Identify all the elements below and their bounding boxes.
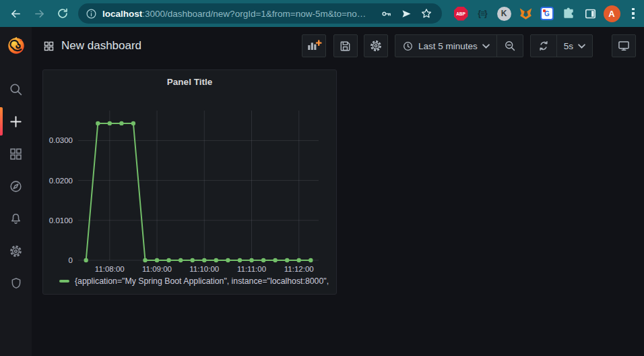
site-info-icon[interactable]	[84, 7, 98, 20]
browser-toolbar: localhost:3000/dashboard/new?orgId=1&fro…	[0, 0, 644, 27]
clock-icon	[402, 40, 414, 52]
svg-text:0.0100: 0.0100	[49, 216, 73, 225]
time-controls: Last 5 minutes	[395, 34, 523, 57]
extensions-puzzle-icon[interactable]	[558, 7, 579, 20]
extension-ig-icon[interactable]: G	[536, 7, 558, 20]
forward-arrow-icon	[33, 7, 46, 20]
refresh-interval-dropdown[interactable]: 5s	[556, 35, 592, 57]
kebab-menu-icon	[632, 8, 634, 19]
browser-reload-button[interactable]	[53, 3, 73, 24]
grafana-logo[interactable]	[6, 34, 26, 57]
time-series-chart[interactable]: 11:08:0011:09:0011:10:0011:11:0011:12:00…	[43, 92, 336, 275]
refresh-interval-label: 5s	[564, 41, 573, 51]
alerting-bell-icon	[9, 212, 23, 226]
extension-k-icon[interactable]: K	[493, 7, 515, 21]
svg-text:0: 0	[69, 256, 73, 264]
tv-mode-button[interactable]	[612, 34, 636, 57]
sidebar-item-explore[interactable]	[0, 170, 32, 202]
breadcrumb: New dashboard	[43, 39, 141, 53]
svg-text:11:08:00: 11:08:00	[95, 265, 125, 273]
sidebar-item-server-admin[interactable]	[0, 267, 32, 299]
tv-monitor-icon	[617, 39, 631, 53]
extension-json-viewer-icon[interactable]: {≡}	[472, 9, 493, 18]
sidebar-item-dashboards[interactable]	[0, 138, 32, 170]
browser-menu-button[interactable]	[622, 8, 644, 19]
browser-back-button[interactable]	[5, 3, 26, 24]
sidebar	[0, 27, 32, 356]
refresh-icon	[538, 40, 550, 52]
configuration-gear-icon	[9, 244, 23, 258]
sidebar-menu	[0, 73, 32, 299]
zoom-out-button[interactable]	[496, 35, 523, 57]
bookmark-star-icon[interactable]	[418, 5, 435, 22]
panel-title[interactable]: Panel Title	[43, 70, 336, 90]
refresh-button[interactable]	[531, 35, 556, 57]
send-share-icon[interactable]	[397, 5, 415, 22]
svg-text:11:09:00: 11:09:00	[142, 265, 172, 273]
explore-compass-icon	[9, 179, 23, 194]
reload-icon	[57, 7, 69, 20]
save-icon	[339, 40, 352, 53]
sidebar-item-search[interactable]	[0, 73, 32, 105]
toolbar: Last 5 minutes 5s	[302, 34, 636, 57]
dashboard-settings-button[interactable]	[364, 34, 388, 57]
active-indicator	[0, 107, 3, 136]
time-range-picker[interactable]: Last 5 minutes	[395, 35, 496, 57]
dashboard-squares-icon	[43, 40, 55, 52]
svg-text:11:11:00: 11:11:00	[237, 265, 266, 273]
extensions-row: ABP {≡} K G A	[450, 5, 644, 22]
dashboard-header: New dashboard Last 5 minutes	[32, 27, 644, 65]
svg-text:0.0200: 0.0200	[49, 177, 73, 185]
page-title: New dashboard	[61, 39, 141, 53]
svg-text:0.0300: 0.0300	[49, 136, 73, 144]
legend-item[interactable]: {application="My Spring Boot Application…	[59, 276, 329, 286]
zoom-out-icon	[504, 40, 516, 52]
url-bar[interactable]: localhost:3000/dashboard/new?orgId=1&fro…	[78, 3, 442, 24]
chevron-down-icon	[578, 44, 585, 49]
profile-avatar[interactable]: A	[601, 5, 622, 22]
extension-adblock-icon[interactable]: ABP	[450, 7, 472, 21]
svg-text:11:12:00: 11:12:00	[284, 265, 314, 273]
server-admin-shield-icon	[9, 276, 23, 290]
url-text: localhost:3000/dashboard/new?orgId=1&fro…	[102, 9, 375, 19]
chevron-down-icon	[482, 44, 490, 49]
sidebar-item-alerting[interactable]	[0, 202, 32, 235]
sidebar-item-configuration[interactable]	[0, 235, 32, 267]
browser-forward-button[interactable]	[29, 3, 49, 24]
save-dashboard-button[interactable]	[333, 34, 358, 57]
plus-icon	[8, 114, 24, 129]
extension-metamask-fox-icon[interactable]	[515, 7, 536, 21]
legend-swatch	[59, 280, 69, 283]
add-panel-button[interactable]	[302, 34, 326, 57]
refresh-controls: 5s	[530, 34, 593, 57]
search-icon	[9, 82, 23, 96]
time-range-label: Last 5 minutes	[418, 41, 478, 51]
dashboards-icon	[9, 147, 23, 161]
legend-label: {application="My Spring Boot Application…	[75, 276, 329, 286]
timeseries-svg: 11:08:0011:09:0011:10:0011:11:0011:12:00…	[43, 92, 336, 275]
back-arrow-icon	[9, 7, 22, 20]
sidebar-item-create[interactable]	[0, 105, 32, 138]
panel: Panel Title 11:08:0011:09:0011:10:0011:1…	[42, 69, 337, 295]
password-key-icon[interactable]	[377, 5, 395, 22]
grafana-app: New dashboard Last 5 minutes	[0, 27, 644, 356]
settings-gear-icon	[369, 39, 383, 53]
side-panel-icon[interactable]	[579, 7, 601, 20]
add-panel-icon	[306, 38, 322, 54]
svg-text:11:10:00: 11:10:00	[189, 265, 219, 273]
